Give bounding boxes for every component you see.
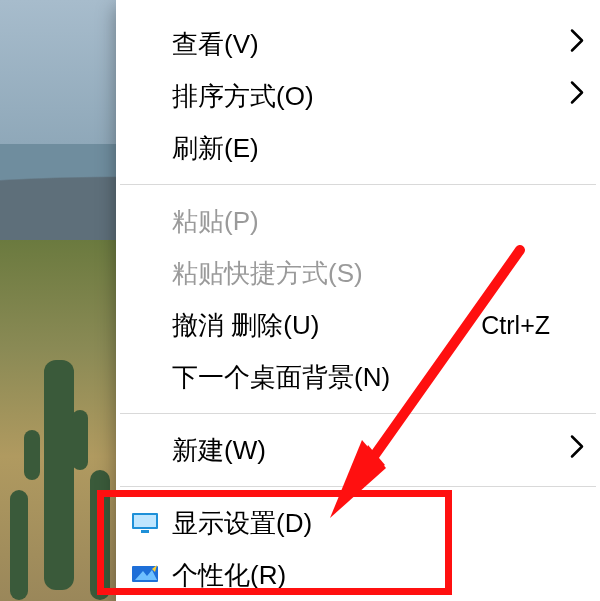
menu-item-sort[interactable]: 排序方式(O): [116, 70, 600, 122]
menu-item-shortcut: Ctrl+Z: [481, 311, 550, 340]
menu-item-new[interactable]: 新建(W): [116, 424, 600, 476]
menu-separator: [120, 486, 596, 487]
menu-item-label: 撤消 删除(U): [172, 308, 481, 343]
menu-item-label: 新建(W): [172, 433, 580, 468]
menu-item-display-settings[interactable]: 显示设置(D): [116, 497, 600, 549]
menu-item-paste-shortcut: 粘贴快捷方式(S): [116, 247, 600, 299]
wallpaper-cactus: [72, 410, 88, 470]
menu-item-label: 显示设置(D): [172, 506, 580, 541]
chevron-right-icon: [570, 29, 584, 60]
wallpaper-cactus: [44, 360, 74, 590]
menu-item-view[interactable]: 查看(V): [116, 18, 600, 70]
wallpaper-cactus: [90, 470, 110, 600]
menu-separator: [120, 413, 596, 414]
chevron-right-icon: [570, 435, 584, 466]
monitor-icon: [130, 511, 160, 535]
menu-item-label: 粘贴(P): [172, 204, 580, 239]
menu-item-next-background[interactable]: 下一个桌面背景(N): [116, 351, 600, 403]
svg-rect-2: [141, 530, 149, 533]
menu-item-label: 下一个桌面背景(N): [172, 360, 580, 395]
desktop-context-menu: 查看(V) 排序方式(O) 刷新(E) 粘贴(P) 粘贴快捷方式(S) 撤消 删…: [116, 0, 600, 601]
desktop-wallpaper: 查看(V) 排序方式(O) 刷新(E) 粘贴(P) 粘贴快捷方式(S) 撤消 删…: [0, 0, 600, 601]
menu-item-refresh[interactable]: 刷新(E): [116, 122, 600, 174]
menu-item-label: 刷新(E): [172, 131, 580, 166]
menu-separator: [120, 184, 596, 185]
wallpaper-cactus: [24, 430, 40, 480]
menu-item-label: 查看(V): [172, 27, 580, 62]
wallpaper-cactus: [10, 490, 28, 600]
svg-rect-1: [134, 515, 156, 527]
menu-item-personalize[interactable]: 个性化(R): [116, 549, 600, 601]
menu-item-label: 排序方式(O): [172, 79, 580, 114]
chevron-right-icon: [570, 81, 584, 112]
menu-item-paste: 粘贴(P): [116, 195, 600, 247]
menu-item-undo-delete[interactable]: 撤消 删除(U) Ctrl+Z: [116, 299, 600, 351]
menu-item-label: 粘贴快捷方式(S): [172, 256, 580, 291]
personalize-icon: [130, 563, 160, 587]
menu-item-label: 个性化(R): [172, 558, 580, 593]
